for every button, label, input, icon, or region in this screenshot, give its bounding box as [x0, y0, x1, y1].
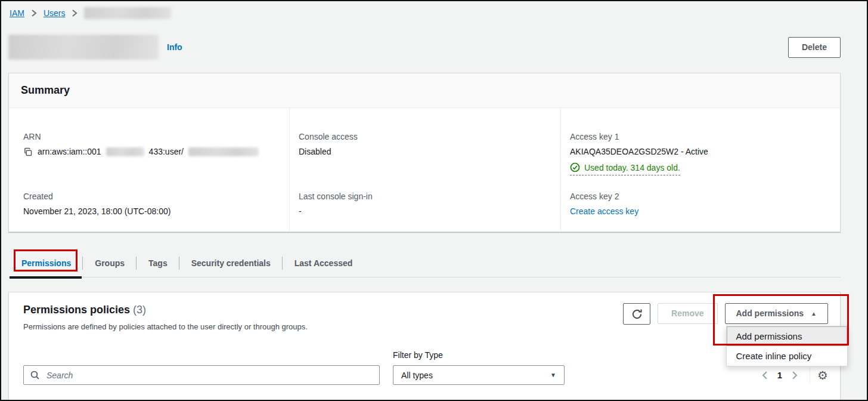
- policy-search-box: [23, 365, 380, 385]
- summary-field-console-access: Console access Disabled: [289, 108, 560, 192]
- policy-actions: Remove Add permissions ▲ Add permissions…: [623, 303, 828, 325]
- created-label: Created: [23, 192, 280, 202]
- info-link[interactable]: Info: [167, 42, 182, 52]
- breadcrumb-chevron-icon: [71, 9, 78, 17]
- summary-field-access-key-2: Access key 2 Create access key: [560, 192, 840, 232]
- pagination-divider: [810, 368, 810, 383]
- tab-tags[interactable]: Tags: [137, 251, 179, 277]
- console-access-value: Disabled: [299, 147, 551, 157]
- pagination: 1 ⚙: [757, 365, 828, 385]
- tab-bar: Permissions Groups Tags Security credent…: [8, 251, 841, 277]
- permissions-policies-title: Permissions policies: [23, 304, 130, 316]
- tab-security-credentials[interactable]: Security credentials: [179, 251, 283, 277]
- summary-grid: ARN arn:aws:iam::001433:user/ Console ac…: [9, 108, 840, 232]
- create-access-key-link[interactable]: Create access key: [570, 206, 638, 217]
- menu-item-create-inline-policy[interactable]: Create inline policy: [727, 346, 847, 366]
- refresh-icon: [631, 309, 643, 320]
- breadcrumb: IAM Users: [8, 7, 841, 19]
- summary-card-header: Summary: [9, 73, 840, 108]
- chevron-right-icon: [790, 371, 799, 380]
- remove-button[interactable]: Remove: [658, 303, 717, 324]
- arn-value-suffix: 433:user/: [149, 147, 184, 157]
- tab-security-credentials-label: Security credentials: [191, 258, 271, 268]
- arn-redacted-username: [188, 147, 259, 156]
- breadcrumb-link-iam[interactable]: IAM: [10, 8, 24, 18]
- filter-by-type-group: Filter by Type All types ▼: [393, 350, 565, 385]
- tab-last-accessed-label: Last Accessed: [294, 258, 353, 268]
- last-sign-in-value: -: [299, 206, 551, 217]
- breadcrumb-link-users[interactable]: Users: [44, 8, 66, 18]
- access-key-1-label: Access key 1: [570, 132, 830, 142]
- menu-item-add-permissions[interactable]: Add permissions: [727, 326, 847, 346]
- page-header: Info Delete: [8, 35, 841, 60]
- next-page-button[interactable]: [787, 369, 802, 381]
- permissions-policies-count: (3): [133, 304, 146, 316]
- tab-permissions[interactable]: Permissions: [10, 251, 83, 277]
- tab-permissions-label: Permissions: [21, 258, 71, 268]
- permissions-policies-description: Permissions are defined by policies atta…: [23, 322, 308, 331]
- summary-card: Summary ARN arn:aws:iam::001433:user/: [8, 73, 841, 232]
- search-input[interactable]: [45, 370, 373, 381]
- summary-field-access-key-1: Access key 1 AKIAQA35DEOA2GSD25W2 - Acti…: [560, 108, 840, 192]
- summary-field-last-sign-in: Last console sign-in -: [289, 192, 560, 232]
- previous-page-button[interactable]: [757, 369, 773, 381]
- arn-redacted-account: [106, 147, 144, 156]
- tab-groups-label: Groups: [95, 258, 125, 268]
- tab-last-accessed[interactable]: Last Accessed: [283, 251, 365, 277]
- refresh-button[interactable]: [623, 303, 650, 325]
- caret-up-icon: ▲: [811, 311, 817, 317]
- check-circle-icon: [570, 162, 580, 172]
- tab-groups[interactable]: Groups: [83, 251, 137, 277]
- page-number-button[interactable]: 1: [773, 370, 787, 380]
- delete-button[interactable]: Delete: [788, 37, 841, 58]
- app-window: IAM Users Info Delete Summary: [0, 0, 868, 401]
- access-key-1-status: Used today. 314 days old.: [570, 162, 680, 175]
- caret-down-icon: ▼: [550, 372, 556, 378]
- summary-title: Summary: [21, 84, 828, 97]
- permissions-policies-card: Permissions policies (3) Permissions are…: [8, 292, 841, 401]
- gear-icon: ⚙: [817, 369, 828, 382]
- access-key-2-label: Access key 2: [570, 192, 830, 202]
- policy-filter-row: Filter by Type All types ▼ 1: [23, 350, 828, 385]
- add-permissions-button[interactable]: Add permissions ▲: [725, 303, 829, 324]
- permissions-policies-heading: Permissions policies (3) Permissions are…: [23, 303, 308, 331]
- chevron-left-icon: [761, 371, 769, 380]
- breadcrumb-chevron-icon: [30, 9, 38, 17]
- filter-by-type-label: Filter by Type: [393, 350, 565, 360]
- filter-type-selected-value: All types: [401, 371, 433, 380]
- preferences-button[interactable]: ⚙: [817, 369, 828, 381]
- add-permissions-button-label: Add permissions: [736, 308, 804, 319]
- summary-field-arn: ARN arn:aws:iam::001433:user/: [9, 108, 289, 192]
- summary-field-created: Created November 21, 2023, 18:00 (UTC-08…: [9, 192, 289, 232]
- arn-value-prefix: arn:aws:iam::001: [38, 147, 101, 157]
- arn-label: ARN: [23, 132, 280, 142]
- access-key-1-value: AKIAQA35DEOA2GSD25W2 - Active: [570, 147, 830, 157]
- add-permissions-menu: Add permissions Create inline policy: [726, 326, 848, 366]
- access-key-1-status-text: Used today. 314 days old.: [584, 163, 680, 172]
- created-value: November 21, 2023, 18:00 (UTC-08:00): [23, 206, 280, 217]
- page-title-redacted-username: [8, 35, 159, 60]
- last-sign-in-label: Last console sign-in: [299, 192, 551, 202]
- tab-tags-label: Tags: [148, 258, 168, 268]
- filter-type-select[interactable]: All types ▼: [393, 365, 565, 385]
- console-access-label: Console access: [299, 132, 551, 142]
- search-icon: [30, 370, 40, 380]
- add-permissions-dropdown: Add permissions ▲ Add permissions Create…: [725, 303, 829, 324]
- breadcrumb-redacted-username: [84, 7, 171, 19]
- copy-icon[interactable]: [23, 147, 33, 157]
